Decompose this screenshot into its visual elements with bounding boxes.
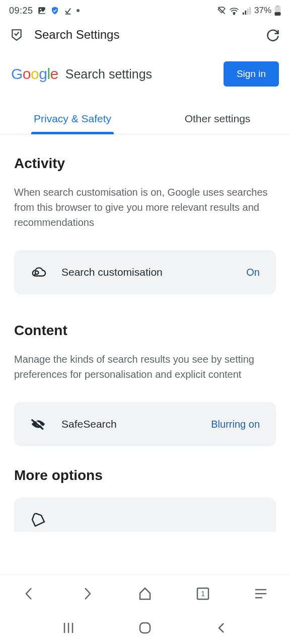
status-left: 09:25 (9, 6, 80, 16)
page-title: Search settings (65, 67, 216, 82)
more-options-title: More options (14, 467, 276, 484)
section-content: Content Manage the kinds of search resul… (14, 323, 276, 446)
download-done-icon (63, 6, 72, 15)
main-content: Activity When search customisation is on… (0, 134, 290, 575)
tab-privacy-safety[interactable]: Privacy & Safety (0, 105, 145, 134)
status-right: 37% (217, 6, 281, 16)
status-time: 09:25 (9, 6, 33, 16)
tab-other-settings[interactable]: Other settings (145, 105, 290, 134)
safesearch-card[interactable]: SafeSearch Blurring on (14, 402, 276, 446)
page-header: Google Search settings Sign in (0, 48, 290, 90)
system-home-button[interactable] (136, 619, 154, 636)
svg-rect-9 (249, 7, 251, 15)
bookmark-shield-icon[interactable] (10, 28, 23, 41)
signal-icon (242, 6, 251, 15)
svg-point-1 (40, 9, 41, 10)
section-more-options: More options (14, 467, 276, 532)
tabs: Privacy & Safety Other settings (0, 105, 290, 134)
svg-rect-10 (276, 6, 279, 7)
svg-point-3 (77, 9, 80, 12)
browser-back-button[interactable] (21, 585, 38, 602)
search-customisation-status: On (246, 267, 260, 278)
search-customisation-label: Search customisation (61, 266, 231, 278)
svg-rect-12 (275, 12, 281, 16)
system-nav-bar (0, 612, 290, 644)
app-bar-title: Search Settings (34, 28, 255, 42)
app-bar: Search Settings (0, 21, 290, 48)
svg-line-14 (34, 274, 36, 276)
battery-percent: 37% (254, 6, 271, 16)
tag-icon (30, 513, 46, 529)
dot-icon (77, 9, 80, 12)
wifi-icon (229, 6, 239, 15)
safesearch-status: Blurring on (211, 419, 260, 430)
shield-check-icon (50, 6, 59, 15)
browser-tabs-button[interactable]: 1 (194, 585, 211, 602)
svg-rect-7 (245, 11, 246, 15)
status-bar: 09:25 37% (0, 0, 290, 21)
image-icon (37, 6, 46, 15)
vibrate-icon (217, 6, 226, 15)
browser-nav-bar: 1 (0, 575, 290, 612)
refresh-icon[interactable] (266, 28, 280, 42)
browser-menu-button[interactable] (252, 585, 269, 602)
svg-rect-6 (243, 13, 244, 15)
svg-rect-8 (247, 9, 249, 15)
section-activity: Activity When search customisation is on… (14, 155, 276, 294)
search-customisation-card[interactable]: Search customisation On (14, 250, 276, 294)
cloud-search-icon (30, 265, 46, 279)
system-recents-button[interactable] (60, 619, 77, 636)
battery-icon (274, 6, 281, 16)
more-options-card[interactable] (14, 498, 276, 532)
safesearch-label: SafeSearch (61, 418, 196, 430)
google-logo: Google (11, 65, 58, 83)
svg-rect-25 (140, 623, 150, 633)
content-title: Content (14, 323, 276, 339)
browser-forward-button[interactable] (79, 585, 96, 602)
content-desc: Manage the kinds of search results you s… (14, 352, 276, 382)
activity-title: Activity (14, 155, 276, 172)
system-back-button[interactable] (213, 619, 230, 636)
sign-in-button[interactable]: Sign in (224, 61, 279, 87)
activity-desc: When search customisation is on, Google … (14, 185, 276, 230)
tab-count: 1 (201, 589, 205, 598)
svg-point-5 (234, 13, 235, 14)
browser-home-button[interactable] (136, 585, 154, 602)
eye-off-icon (30, 417, 46, 431)
